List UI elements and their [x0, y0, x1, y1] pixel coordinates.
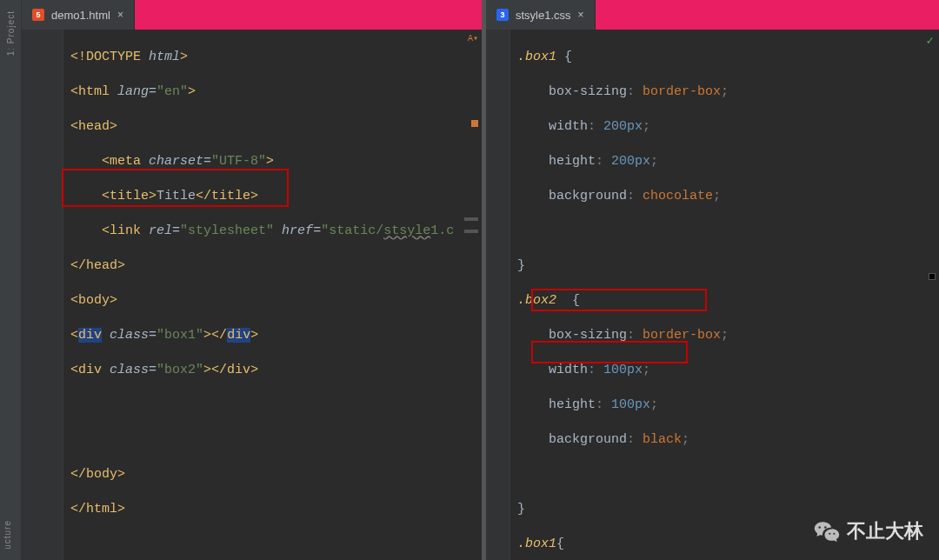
code-line: <meta charset="UTF-8"> — [70, 153, 464, 170]
checkmark-icon: ✓ — [927, 33, 934, 48]
code-line — [70, 397, 464, 414]
project-tool-button[interactable]: 1: Project — [6, 7, 16, 59]
code-line: .box2 { — [517, 292, 922, 310]
code-line: height: 100px; — [517, 397, 922, 414]
tab-label: demo1.html — [51, 9, 110, 22]
marker-bar-right: ✓ — [925, 30, 939, 560]
code-line: <!DOCTYPE html> — [70, 49, 464, 66]
code-line — [517, 466, 922, 483]
marker-bar-left: A▾ — [468, 30, 482, 560]
code-line — [70, 431, 464, 449]
code-line: <div class="box2"></div> — [70, 362, 464, 379]
code-line: </body> — [70, 466, 464, 483]
structure-tool-button[interactable]: ucture — [3, 517, 12, 553]
html-file-icon: 5 — [32, 9, 44, 21]
code-line: background: black; — [517, 431, 922, 449]
close-icon[interactable]: × — [578, 9, 584, 21]
code-line — [517, 223, 922, 240]
code-left[interactable]: <!DOCTYPE html> <html lang="en"> <head> … — [63, 30, 468, 560]
left-editor-pane: 5 demo1.html × <!DOCTYPE html> <html lan… — [22, 0, 483, 560]
tool-window-rail: 1: Project ucture — [0, 0, 22, 560]
tabbar-right: 3 stsyle1.css × — [486, 0, 939, 30]
code-line: <div class="box1"></div> — [70, 327, 464, 344]
close-icon[interactable]: × — [117, 9, 123, 21]
tab-label: stsyle1.css — [516, 9, 571, 22]
code-line: background: chocolate; — [517, 188, 922, 205]
code-line: .box1 { — [517, 49, 922, 66]
right-editor[interactable]: .box1 { box-sizing: border-box; width: 2… — [486, 30, 939, 560]
code-line: </html> — [70, 501, 464, 518]
code-line: } — [517, 501, 922, 518]
left-editor[interactable]: <!DOCTYPE html> <html lang="en"> <head> … — [22, 30, 482, 560]
code-line: <head> — [70, 118, 464, 136]
watermark: 不止大林 — [814, 518, 923, 544]
right-editor-pane: 3 stsyle1.css × .box1 { box-sizing: bord… — [486, 0, 939, 560]
tabbar-left: 5 demo1.html × — [22, 0, 482, 30]
code-line: <body> — [70, 292, 464, 310]
code-right[interactable]: .box1 { box-sizing: border-box; width: 2… — [510, 30, 925, 560]
gutter-right — [486, 30, 510, 560]
code-line: width: 200px; — [517, 118, 922, 136]
code-line: <html lang="en"> — [70, 83, 464, 101]
watermark-text: 不止大林 — [847, 518, 923, 544]
code-line: <title>Title</title> — [70, 188, 464, 205]
css-file-icon: 3 — [496, 9, 509, 21]
code-line: </head> — [70, 257, 464, 275]
code-line: } — [517, 257, 922, 275]
code-line: box-sizing: border-box; — [517, 327, 922, 344]
code-line: height: 200px; — [517, 153, 922, 170]
tab-demo1-html[interactable]: 5 demo1.html × — [22, 0, 135, 30]
wechat-icon — [814, 520, 840, 543]
code-line: <link rel="stylesheet" href="static/stsy… — [70, 223, 464, 240]
tab-stsyle1-css[interactable]: 3 stsyle1.css × — [486, 0, 596, 30]
gutter-left — [22, 30, 63, 560]
code-line: width: 100px; — [517, 362, 922, 379]
code-line: box-sizing: border-box; — [517, 83, 922, 101]
